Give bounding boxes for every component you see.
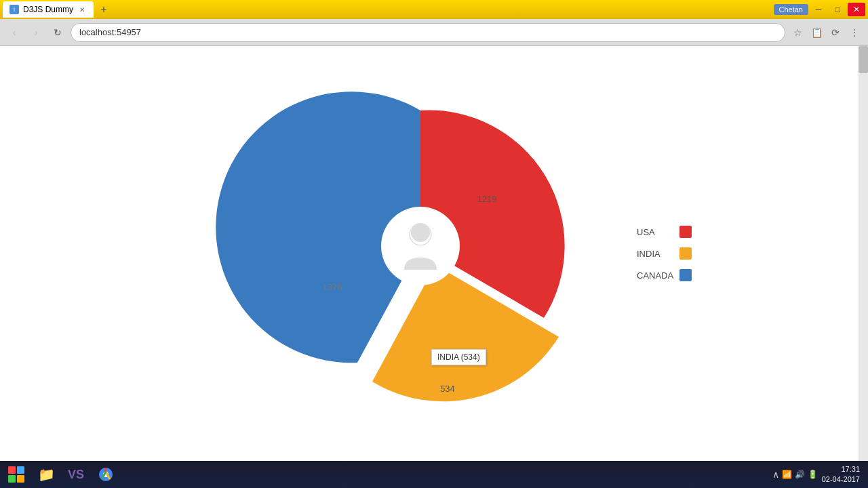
canada-legend-color [679,269,692,281]
reading-list-icon[interactable]: 📋 [808,24,825,41]
forward-button[interactable]: › [27,24,45,41]
legend-item-india: INDIA [637,247,692,260]
taskbar-left: 📁 VS [3,462,119,487]
tab-icon: i [9,5,19,14]
title-bar: i D3JS Dummy ✕ + Chetan ─ □ ✕ [0,0,868,19]
clock-time: 17:31 [822,464,860,474]
windows-logo-icon [8,466,24,483]
taskbar-chrome[interactable] [92,462,119,487]
close-button[interactable]: ✕ [848,3,865,16]
maximize-button[interactable]: □ [829,3,846,16]
address-bar[interactable]: localhost:54957 [71,23,785,42]
svg-point-0 [411,223,430,242]
taskbar-file-explorer[interactable]: 📁 [33,462,60,487]
pie-chart-svg: 1219 534 1376 [0,46,859,446]
system-tray: ∧ 📶 🔊 🔋 [772,469,818,480]
tab-title: D3JS Dummy [23,5,73,14]
battery-icon[interactable]: 🔋 [808,470,818,479]
new-tab-button[interactable]: + [96,2,111,17]
refresh-button[interactable]: ↻ [49,24,66,41]
user-badge: Chetan [774,4,808,15]
sync-icon[interactable]: ⟳ [827,24,844,41]
page-content: 1219 534 1376 USA INDIA CANADA INDIA (53… [0,46,868,461]
taskbar: 📁 VS ∧ 📶 🔊 🔋 [0,461,868,488]
tray-arrow-icon[interactable]: ∧ [772,469,779,480]
taskbar-visual-studio[interactable]: VS [62,462,90,487]
title-bar-right: Chetan ─ □ ✕ [774,3,865,16]
scrollbar-thumb[interactable] [859,46,868,73]
file-explorer-icon: 📁 [38,466,55,483]
legend-item-canada: CANADA [637,269,692,281]
india-legend-color [679,247,692,260]
nav-icons: ☆ 📋 ⟳ ⋮ [789,24,863,41]
india-value-label: 534 [440,384,455,394]
minimize-button[interactable]: ─ [810,3,827,16]
clock-date: 02-04-2017 [822,474,860,485]
legend-item-usa: USA [637,226,692,238]
navigation-bar: ‹ › ↻ localhost:54957 ☆ 📋 ⟳ ⋮ [0,19,868,46]
usa-legend-label: USA [637,227,674,237]
usa-legend-color [679,226,692,238]
browser-tab[interactable]: i D3JS Dummy ✕ [3,1,94,18]
network-icon[interactable]: 📶 [782,470,792,479]
menu-icon[interactable]: ⋮ [846,24,863,41]
scrollbar[interactable] [859,46,868,461]
india-legend-label: INDIA [637,249,674,259]
chart-legend: USA INDIA CANADA [637,226,692,281]
donut-hole [381,207,460,285]
browser-window: i D3JS Dummy ✕ + Chetan ─ □ ✕ ‹ › ↻ loca… [0,0,868,488]
system-clock[interactable]: 17:31 02-04-2017 [822,464,860,485]
back-button[interactable]: ‹ [5,24,23,41]
taskbar-right: ∧ 📶 🔊 🔋 17:31 02-04-2017 [772,464,865,485]
canada-value-label: 1376 [323,282,342,292]
visual-studio-icon: VS [68,468,84,482]
canada-legend-label: CANADA [637,270,674,281]
volume-icon[interactable]: 🔊 [795,470,805,479]
bookmark-star-icon[interactable]: ☆ [789,24,806,41]
usa-value-label: 1219 [477,194,497,204]
chrome-icon [98,467,113,482]
tab-close-button[interactable]: ✕ [77,5,87,14]
url-text: localhost:54957 [79,27,141,37]
title-bar-left: i D3JS Dummy ✕ + [3,1,111,18]
start-button[interactable] [3,462,30,487]
